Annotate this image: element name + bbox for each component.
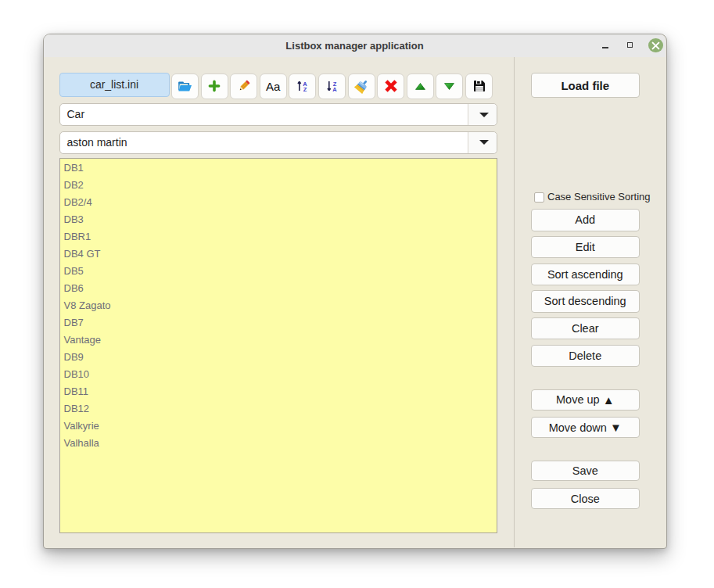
svg-text:A: A bbox=[332, 86, 337, 93]
svg-text:Z: Z bbox=[303, 86, 307, 93]
